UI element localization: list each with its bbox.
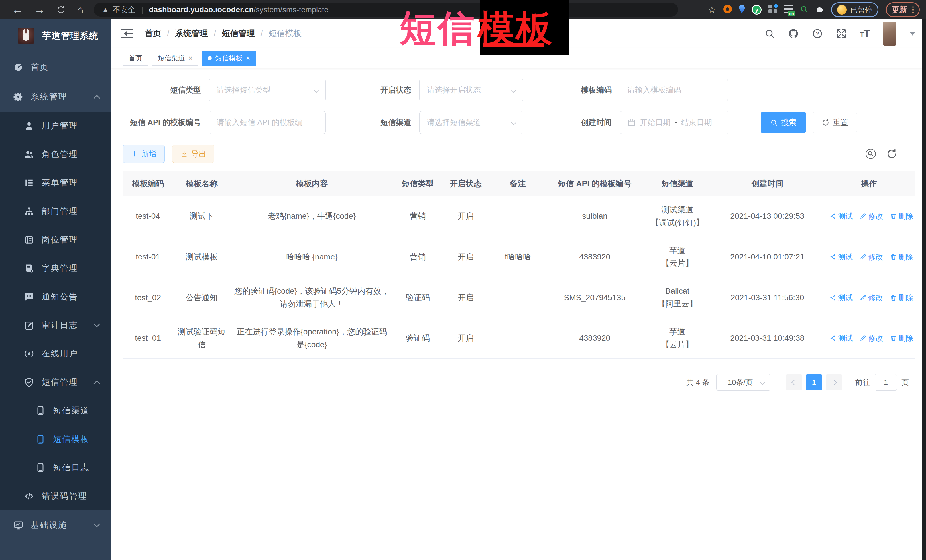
toggle-search-icon[interactable] [865, 148, 876, 160]
tab-home[interactable]: 首页 [123, 51, 148, 65]
test-link[interactable]: 测试 [829, 334, 853, 343]
tab-sms-template[interactable]: 短信模板 × [202, 51, 256, 65]
sidebar-item-online-users[interactable]: A 在线用户 [0, 340, 111, 368]
orange-ring-extension-icon[interactable] [723, 5, 732, 15]
fullscreen-icon[interactable] [836, 28, 847, 39]
address-bar[interactable]: ▲ 不安全 | dashboard.yudao.iocoder.cn /syst… [94, 3, 678, 17]
sidebar-item-sms-log[interactable]: 短信日志 [0, 453, 111, 482]
sidebar-item-department-management[interactable]: 部门管理 [0, 197, 111, 226]
page-content: 短信类型 请选择短信类型 开启状态 请选择开启状态 模板编码 [111, 68, 926, 560]
home-icon[interactable]: ⌂ [71, 4, 89, 16]
page-1-button[interactable]: 1 [806, 374, 822, 390]
list-extension-icon[interactable]: on [784, 5, 793, 15]
green-y-extension-icon[interactable]: y [752, 5, 761, 15]
breadcrumb-item[interactable]: 首页 [145, 28, 161, 39]
close-icon[interactable]: × [188, 55, 192, 62]
cell-name: 公告通知 [173, 278, 230, 318]
page-size-select[interactable]: 10条/页 [716, 374, 770, 391]
back-icon[interactable]: ← [6, 4, 29, 16]
add-button[interactable]: 新增 [123, 145, 165, 163]
pagination-total: 共 4 条 [686, 377, 710, 387]
column-header: 模板编码 [123, 172, 173, 196]
test-link[interactable]: 测试 [829, 253, 853, 261]
collapse-sidebar-icon[interactable] [121, 29, 133, 38]
column-header: 模板内容 [230, 172, 394, 196]
delete-link[interactable]: 删除 [890, 293, 913, 302]
grid-extension-icon[interactable] [769, 5, 777, 15]
sidebar-item-user-management[interactable]: 用户管理 [0, 112, 111, 140]
delete-link[interactable]: 删除 [890, 212, 913, 220]
breadcrumb-separator: / [167, 29, 169, 38]
sidebar-item-infrastructure[interactable]: 基础设施 [0, 510, 111, 540]
sidebar-item-audit-log[interactable]: 审计日志 [0, 311, 111, 340]
forward-icon[interactable]: → [29, 4, 51, 16]
export-button[interactable]: 导出 [172, 145, 214, 163]
cell-code: test-01 [123, 237, 173, 278]
sidebar-item-system-management[interactable]: 系统管理 [0, 82, 111, 112]
cell-status: 开启 [442, 278, 490, 318]
breadcrumb: 首页/系统管理/短信管理/短信模板 [145, 28, 301, 39]
prev-page-button[interactable] [786, 374, 802, 390]
monitor-icon [12, 520, 24, 530]
delete-link[interactable]: 删除 [890, 334, 913, 343]
next-page-button[interactable] [826, 374, 842, 390]
update-button[interactable]: 更新 [886, 2, 920, 17]
puzzle-extension-icon[interactable] [815, 5, 824, 15]
create-time-range-picker[interactable]: 开始日期 - 结束日期 [620, 111, 729, 134]
sms-type-select[interactable]: 请选择短信类型 [209, 78, 326, 101]
green-magnifier-extension-icon[interactable] [800, 5, 808, 15]
github-icon[interactable] [788, 28, 799, 39]
tab-sms-channel[interactable]: 短信渠道 × [151, 51, 198, 65]
sidebar-item-role-management[interactable]: 角色管理 [0, 140, 111, 169]
sidebar-item-sms-channel[interactable]: 短信渠道 [0, 397, 111, 425]
column-header: 短信 API 的模板编号 [546, 172, 643, 196]
breadcrumb-item[interactable]: 系统管理 [175, 28, 208, 39]
sidebar-item-error-code-management[interactable]: 错误码管理 [0, 482, 111, 510]
chevron-up-icon [94, 95, 100, 101]
edit-link[interactable]: 修改 [859, 293, 883, 302]
test-link[interactable]: 测试 [829, 293, 853, 302]
sidebar-item-home[interactable]: 首页 [0, 53, 111, 82]
sidebar-item-dictionary-management[interactable]: 字典管理 [0, 254, 111, 282]
create-time-label: 创建时间 [577, 117, 611, 128]
star-icon[interactable]: ☆ [708, 4, 716, 15]
edit-link[interactable]: 修改 [859, 212, 883, 220]
user-avatar[interactable] [883, 22, 896, 45]
caret-down-icon[interactable] [909, 32, 916, 39]
table-row-test-01: test-01测试模板哈哈哈 {name}营销开启f哈哈哈4383920芋道【云… [123, 237, 915, 278]
sidebar-item-post-management[interactable]: 岗位管理 [0, 226, 111, 254]
goto-page-input[interactable] [875, 374, 897, 391]
dictionary-icon [23, 263, 35, 273]
sidebar-item-notice-announcement[interactable]: 通知公告 [0, 282, 111, 311]
refresh-table-icon[interactable] [886, 148, 897, 160]
test-link[interactable]: 测试 [829, 212, 853, 220]
search-icon[interactable] [764, 28, 775, 39]
active-dot-icon [208, 56, 212, 60]
breadcrumb-item[interactable]: 短信管理 [222, 28, 255, 39]
breadcrumb-separator: / [214, 29, 216, 38]
breadcrumb-separator: / [260, 29, 263, 38]
template-code-input[interactable]: 请输入模板编码 [620, 78, 728, 101]
table-row-test-04: test-04测试下老鸡{name}，牛逼{code}营销开启suibian测试… [123, 196, 915, 237]
api-template-id-input[interactable]: 请输入短信 API 的模板编 [209, 111, 326, 134]
reload-icon[interactable] [51, 5, 71, 14]
reset-button[interactable]: 重置 [813, 112, 857, 133]
sidebar-item-sms-template[interactable]: 短信模板 [0, 425, 111, 453]
cell-created-at: 2021-03-31 10:49:38 [711, 318, 823, 359]
enable-status-select[interactable]: 请选择开启状态 [419, 78, 523, 101]
sms-channel-select[interactable]: 请选择短信渠道 [419, 111, 523, 134]
font-size-icon[interactable]: TT [860, 28, 870, 39]
profile-paused-badge[interactable]: 已暂停 [831, 2, 878, 17]
sidebar-item-sms-management[interactable]: 短信管理 [0, 368, 111, 397]
blue-pin-extension-icon[interactable] [739, 5, 745, 15]
edit-link[interactable]: 修改 [859, 334, 883, 343]
edit-link[interactable]: 修改 [859, 253, 883, 261]
browser-menu-icon[interactable] [912, 6, 914, 14]
shield-check-icon [23, 377, 35, 387]
delete-link[interactable]: 删除 [890, 253, 913, 261]
search-button[interactable]: 搜索 [761, 112, 806, 133]
help-icon[interactable]: ? [812, 28, 823, 39]
close-icon[interactable]: × [246, 55, 250, 62]
edit-icon [859, 335, 866, 341]
sidebar-item-menu-management[interactable]: 菜单管理 [0, 169, 111, 197]
